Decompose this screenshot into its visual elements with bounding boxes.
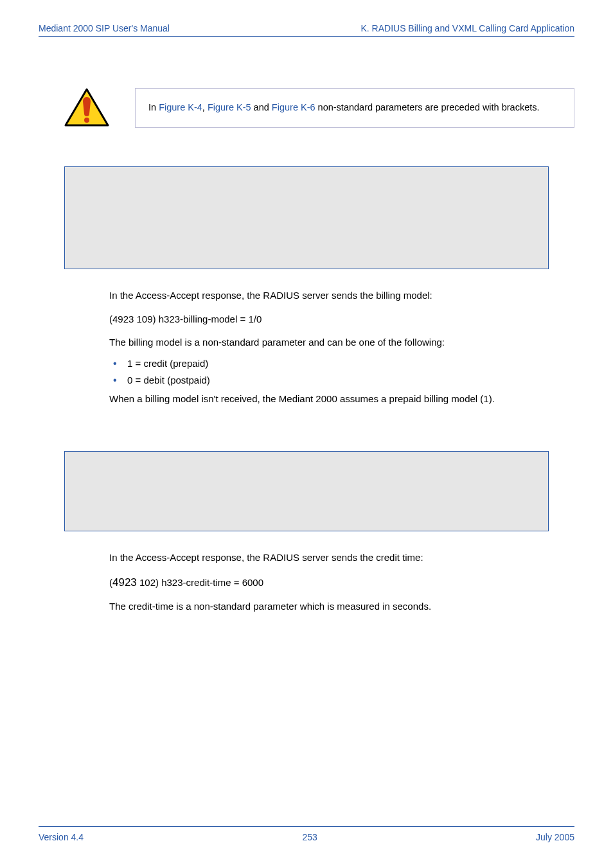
list-item: 1 = credit (prepaid) bbox=[109, 357, 549, 371]
warning-callout: In Figure K-4, Figure K-5 and Figure K-6… bbox=[64, 88, 574, 128]
paragraph: (4923 102) h323-credit-time = 6000 bbox=[109, 574, 549, 591]
paragraph: When a billing model isn't received, the… bbox=[109, 392, 549, 407]
page: Mediant 2000 SIP User's Manual K. RADIUS… bbox=[0, 0, 613, 868]
paragraph: The billing model is a non-standard para… bbox=[109, 335, 549, 350]
section-credit-time: In the Access-Accept response, the RADIU… bbox=[109, 551, 549, 614]
warning-icon-cell bbox=[64, 88, 135, 128]
warning-sep2: and bbox=[251, 102, 272, 112]
paragraph: In the Access-Accept response, the RADIU… bbox=[109, 551, 549, 565]
paragraph: The credit-time is a non-standard parame… bbox=[109, 599, 549, 614]
figure-link-k5[interactable]: Figure K-5 bbox=[208, 102, 251, 112]
warning-sep1: , bbox=[202, 102, 208, 112]
figure-link-k4[interactable]: Figure K-4 bbox=[159, 102, 202, 112]
section-billing-model: In the Access-Accept response, the RADIU… bbox=[109, 288, 549, 406]
bullet-list: 1 = credit (prepaid) 0 = debit (postpaid… bbox=[109, 357, 549, 388]
text: 102) h323-credit-time = 6000 bbox=[137, 577, 263, 588]
list-item: 0 = debit (postpaid) bbox=[109, 373, 549, 388]
page-header: Mediant 2000 SIP User's Manual K. RADIUS… bbox=[39, 23, 574, 37]
warning-icon bbox=[64, 88, 109, 128]
figure-link-k6[interactable]: Figure K-6 bbox=[272, 102, 315, 112]
header-left: Mediant 2000 SIP User's Manual bbox=[39, 23, 170, 33]
paragraph: In the Access-Accept response, the RADIU… bbox=[109, 288, 549, 303]
footer-date: July 2005 bbox=[536, 832, 574, 842]
page-footer: Version 4.4 253 July 2005 bbox=[39, 826, 574, 842]
warning-pre: In bbox=[148, 102, 159, 112]
text: 4923 bbox=[112, 576, 137, 589]
header-right: K. RADIUS Billing and VXML Calling Card … bbox=[360, 23, 574, 33]
figure-placeholder-2 bbox=[64, 451, 549, 531]
svg-point-1 bbox=[84, 118, 89, 123]
warning-text: In Figure K-4, Figure K-5 and Figure K-6… bbox=[135, 88, 574, 128]
warning-post: non-standard parameters are preceded wit… bbox=[315, 102, 540, 112]
figure-placeholder-1 bbox=[64, 166, 549, 269]
paragraph: (4923 109) h323-billing-model = 1/0 bbox=[109, 312, 549, 327]
footer-version: Version 4.4 bbox=[39, 832, 84, 842]
footer-page-number: 253 bbox=[302, 832, 317, 842]
